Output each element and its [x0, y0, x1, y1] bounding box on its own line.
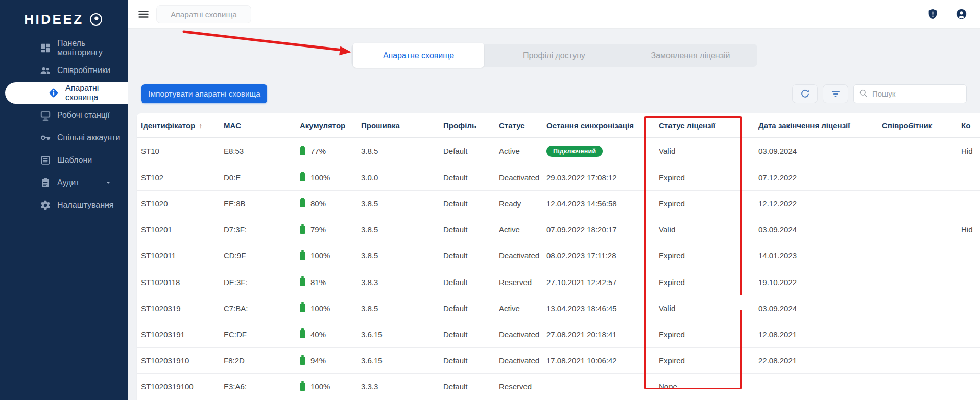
- topbar: Апаратні сховища: [128, 0, 980, 29]
- battery-icon: [300, 199, 305, 207]
- cell-profile: Default: [443, 191, 468, 216]
- cell-battery: 40%: [300, 321, 326, 347]
- cell-status: Reserved: [499, 269, 532, 295]
- cell-status: Deactivated: [499, 321, 539, 347]
- cell-mac: DE:3F:: [224, 269, 248, 295]
- battery-icon: [300, 173, 305, 181]
- cell-license_end: 03.09.2024: [758, 138, 797, 164]
- column-header-last_sync[interactable]: Остання синхронізація: [546, 113, 634, 137]
- sidebar-item-audit[interactable]: Аудит: [0, 172, 128, 194]
- logo-text: HIDEEZ: [24, 12, 83, 28]
- sidebar-item-settings[interactable]: Налаштування: [0, 194, 128, 217]
- people-icon: [40, 65, 51, 76]
- table-row[interactable]: ST102011CD:9F100%3.8.5DefaultDeactivated…: [137, 243, 980, 269]
- sidebar-item-shared-accounts[interactable]: Спільні аккаунти: [0, 127, 128, 149]
- battery-icon: [300, 147, 305, 155]
- account-icon[interactable]: [955, 8, 967, 20]
- chevron-down-icon: [104, 201, 112, 209]
- cell-license_end: 12.12.2022: [758, 191, 797, 216]
- sidebar-item-label: Спільні аккаунти: [57, 133, 120, 143]
- search-input[interactable]: [853, 84, 967, 103]
- shield-alert-icon[interactable]: [927, 8, 939, 20]
- cell-id: ST102: [141, 164, 163, 190]
- cell-id: ST1020: [141, 191, 168, 216]
- key-icon: [40, 132, 51, 144]
- cell-id: ST10201: [141, 217, 172, 243]
- cell-status: Active: [499, 217, 520, 243]
- cell-battery: 100%: [300, 295, 330, 321]
- filter-button[interactable]: [823, 84, 848, 103]
- battery-icon: [300, 226, 305, 234]
- column-header-employee[interactable]: Співробітник: [882, 113, 932, 137]
- cell-id: ST1020319100: [141, 374, 194, 399]
- cell-id: ST1020319: [141, 295, 181, 321]
- column-header-status[interactable]: Статус: [499, 113, 525, 137]
- column-header-battery[interactable]: Акумулятор: [300, 113, 345, 137]
- cell-mac: D7:3F:: [224, 217, 247, 243]
- column-header-mac[interactable]: MAC: [224, 113, 241, 137]
- cell-last_sync: 27.08.2021 20:18:41: [546, 321, 617, 347]
- app-logo[interactable]: HIDEEZ: [0, 6, 128, 33]
- battery-icon: [300, 330, 305, 338]
- sidebar-item-dashboard[interactable]: Панель моніторингу: [0, 37, 128, 59]
- column-header-profile[interactable]: Профіль: [443, 113, 476, 137]
- battery-icon: [300, 278, 305, 286]
- table-row[interactable]: ST102031910F8:2D94%3.6.15DefaultDeactiva…: [137, 347, 980, 373]
- cell-id: ST102031910: [141, 348, 189, 373]
- table-row[interactable]: ST1020EE:8B80%3.8.5DefaultReady12.04.202…: [137, 190, 980, 216]
- sidebar-item-hardware-vaults[interactable]: Апаратні сховища: [5, 82, 128, 104]
- cell-last_sync: 17.08.2021 10:06:42: [546, 348, 617, 373]
- table-row[interactable]: ST1020319100E3:A6:100%3.3.3DefaultReserv…: [137, 373, 980, 399]
- column-header-license_end[interactable]: Дата закінчення ліцензії: [758, 113, 850, 137]
- table-row[interactable]: ST1020118DE:3F:81%3.8.3DefaultReserved27…: [137, 269, 980, 295]
- page-title-chip: Апаратні сховища: [156, 5, 251, 23]
- menu-icon[interactable]: [137, 8, 150, 20]
- cell-profile: Default: [443, 269, 468, 295]
- filter-icon: [830, 88, 841, 99]
- cell-last_sync: 12.04.2023 14:56:58: [546, 191, 617, 216]
- cell-license: Valid: [659, 217, 675, 243]
- search-icon: [858, 88, 868, 98]
- cell-license_end: 07.12.2022: [758, 164, 797, 190]
- table-row[interactable]: ST10201D7:3F:79%3.8.5DefaultActive07.09.…: [137, 217, 980, 243]
- column-header-license[interactable]: Статус ліцензії: [659, 113, 715, 137]
- column-header-firmware[interactable]: Прошивка: [361, 113, 400, 137]
- import-vaults-button[interactable]: Імпортувати апаратні сховища: [141, 84, 267, 103]
- cell-firmware: 3.8.5: [361, 138, 378, 164]
- cell-license: Expired: [659, 269, 685, 295]
- cell-last_sync: 08.02.2023 17:11:28: [546, 243, 616, 269]
- tab-license-orders[interactable]: Замовлення ліцензій: [625, 44, 756, 67]
- cell-firmware: 3.8.5: [361, 217, 378, 243]
- cell-mac: F8:2D: [224, 348, 245, 373]
- refresh-button[interactable]: [792, 84, 818, 103]
- cell-id: ST10: [141, 138, 159, 164]
- cell-profile: Default: [443, 138, 468, 164]
- cell-license: Expired: [659, 191, 685, 216]
- cell-profile: Default: [443, 348, 468, 373]
- cell-status: Deactivated: [499, 348, 539, 373]
- cell-battery: 81%: [300, 269, 326, 295]
- cell-license: Valid: [659, 138, 675, 164]
- cell-id: ST1020118: [141, 269, 180, 295]
- cell-mac: C7:BA:: [224, 295, 248, 321]
- cell-battery: 77%: [300, 138, 326, 164]
- tab-access-profiles[interactable]: Профілі доступу: [484, 44, 625, 67]
- column-header-id[interactable]: Ідентифікатор↑: [141, 113, 202, 137]
- cell-last_sync: 07.09.2022 18:20:17: [546, 217, 617, 243]
- column-header-extra[interactable]: Ко: [961, 113, 970, 137]
- table-row[interactable]: ST1020319C7:BA:100%3.8.5DefaultActive13.…: [137, 295, 980, 321]
- cell-mac: E8:53: [224, 138, 244, 164]
- table-row[interactable]: ST10E8:5377%3.8.5DefaultActiveПідключени…: [137, 138, 980, 164]
- cell-firmware: 3.8.3: [361, 269, 378, 295]
- cell-last_sync: 29.03.2022 17:08:12: [546, 164, 617, 190]
- table-row[interactable]: ST102D0:E100%3.0.0DefaultDeactivated29.0…: [137, 164, 980, 190]
- sidebar-item-workstations[interactable]: Робочі станції: [0, 104, 128, 127]
- cell-license: Expired: [659, 243, 685, 269]
- cell-license: Expired: [659, 348, 685, 373]
- vaults-table: Ідентифікатор↑MACАкумуляторПрошивкаПрофі…: [137, 113, 980, 400]
- tab-hardware-vault[interactable]: Апаратне сховище: [353, 43, 484, 68]
- sidebar-item-templates[interactable]: Шаблони: [0, 149, 128, 172]
- cell-firmware: 3.3.3: [361, 374, 378, 399]
- sidebar-item-employees[interactable]: Співробітники: [0, 59, 128, 82]
- table-row[interactable]: ST10203191EC:DF40%3.6.15DefaultDeactivat…: [137, 321, 980, 347]
